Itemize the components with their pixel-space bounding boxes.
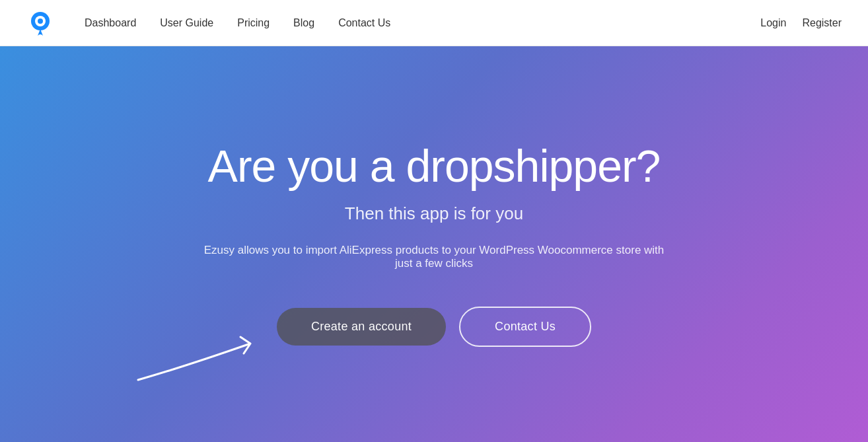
nav-register[interactable]: Register <box>802 17 842 29</box>
svg-point-2 <box>38 18 43 24</box>
nav-blog[interactable]: Blog <box>293 17 314 29</box>
nav-contact-us[interactable]: Contact Us <box>338 17 390 29</box>
hero-description: Ezusy allows you to import AliExpress pr… <box>203 244 665 270</box>
arrow-svg <box>131 307 303 387</box>
arrow-decoration <box>131 307 303 387</box>
nav-pricing[interactable]: Pricing <box>237 17 270 29</box>
navbar-right: Login Register <box>760 17 842 29</box>
logo-icon <box>26 9 54 37</box>
navbar: Dashboard User Guide Pricing Blog Contac… <box>0 0 868 46</box>
nav-user-guide[interactable]: User Guide <box>160 17 213 29</box>
hero-buttons: Create an account Contact Us <box>277 307 591 347</box>
hero-section: Are you a dropshipper? Then this app is … <box>0 46 868 442</box>
hero-title: Are you a dropshipper? <box>208 141 661 191</box>
nav-dashboard[interactable]: Dashboard <box>85 17 136 29</box>
navbar-left: Dashboard User Guide Pricing Blog Contac… <box>26 9 390 37</box>
logo[interactable] <box>26 9 54 37</box>
contact-us-button[interactable]: Contact Us <box>459 307 591 347</box>
nav-login[interactable]: Login <box>760 17 786 29</box>
hero-subtitle: Then this app is for you <box>345 203 523 224</box>
